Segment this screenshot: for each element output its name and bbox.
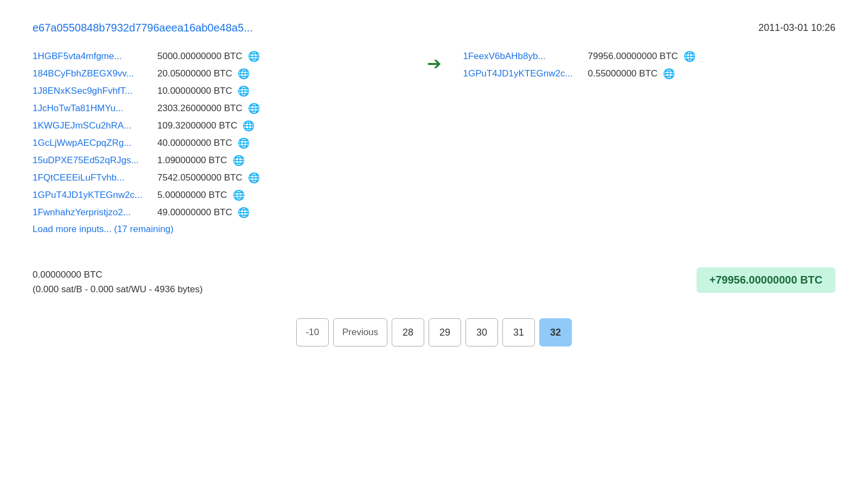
output-address[interactable]: 1FeexV6bAHb8yb... — [463, 51, 583, 62]
globe-icon: 🌐 — [248, 172, 260, 184]
input-address[interactable]: 184BCyFbhZBEGX9vv... — [33, 68, 152, 79]
input-row: 1GPuT4JD1yKTEGnw2c... 5.00000000 BTC 🌐 — [33, 189, 405, 201]
fee-section: 0.00000000 BTC (0.000 sat/B - 0.000 sat/… — [33, 267, 835, 297]
total-badge: +79956.00000000 BTC — [697, 267, 836, 293]
input-address[interactable]: 1HGBF5vta4mfgme... — [33, 51, 152, 62]
input-amount: 49.00000000 BTC — [157, 207, 232, 218]
input-address[interactable]: 1GcLjWwpAECpqZRg... — [33, 138, 152, 149]
transaction-date: 2011-03-01 10:26 — [758, 22, 835, 34]
pagination: -10 Previous 28 29 30 31 32 — [33, 318, 835, 346]
globe-icon: 🌐 — [238, 68, 250, 80]
input-row: 1J8ENxKSec9ghFvhfT... 10.00000000 BTC 🌐 — [33, 85, 405, 97]
page-32-button[interactable]: 32 — [539, 318, 572, 346]
page-30-button[interactable]: 30 — [465, 318, 498, 346]
globe-icon: 🌐 — [238, 137, 250, 149]
output-amount: 0.55000000 BTC — [588, 68, 658, 79]
minus10-button[interactable]: -10 — [296, 318, 329, 346]
output-address[interactable]: 1GPuT4JD1yKTEGnw2c... — [463, 68, 583, 79]
fee-line1: 0.00000000 BTC — [33, 267, 203, 282]
page-29-button[interactable]: 29 — [429, 318, 461, 346]
input-address[interactable]: 1FQtCEEEiLuFTvhb... — [33, 172, 152, 183]
globe-icon: 🌐 — [248, 102, 260, 114]
input-address[interactable]: 1FwnhahzYerpristjzo2... — [33, 207, 152, 218]
input-amount: 40.00000000 BTC — [157, 138, 232, 149]
page-28-button[interactable]: 28 — [392, 318, 424, 346]
input-row: 1JcHoTwTa81HMYu... 2303.26000000 BTC 🌐 — [33, 102, 405, 114]
input-address[interactable]: 1J8ENxKSec9ghFvhfT... — [33, 86, 152, 97]
input-row: 1KWGJEJmSCu2hRA... 109.32000000 BTC 🌐 — [33, 120, 405, 132]
input-amount: 1.09000000 BTC — [157, 155, 227, 166]
globe-icon: 🌐 — [238, 85, 250, 97]
load-more-inputs[interactable]: Load more inputs... (17 remaining) — [33, 224, 405, 235]
input-address[interactable]: 1GPuT4JD1yKTEGnw2c... — [33, 190, 152, 201]
input-amount: 5.00000000 BTC — [157, 190, 227, 201]
input-amount: 7542.05000000 BTC — [157, 172, 242, 183]
input-row: 1FwnhahzYerpristjzo2... 49.00000000 BTC … — [33, 207, 405, 219]
input-row: 184BCyFbhZBEGX9vv... 20.05000000 BTC 🌐 — [33, 68, 405, 80]
globe-icon: 🌐 — [663, 68, 675, 80]
input-amount: 10.00000000 BTC — [157, 86, 232, 97]
input-amount: 109.32000000 BTC — [157, 120, 237, 131]
transaction-hash[interactable]: e67a0550848b7932d7796aeea16ab0e48a5... — [33, 22, 253, 34]
input-row: 1GcLjWwpAECpqZRg... 40.00000000 BTC 🌐 — [33, 137, 405, 149]
transaction-header: e67a0550848b7932d7796aeea16ab0e48a5... 2… — [33, 22, 835, 34]
input-address[interactable]: 1KWGJEJmSCu2hRA... — [33, 120, 152, 131]
input-row: 15uDPXE75Ed52qRJgs... 1.09000000 BTC 🌐 — [33, 155, 405, 166]
arrow-section: ➔ — [427, 50, 442, 72]
globe-icon: 🌐 — [242, 120, 254, 132]
input-address[interactable]: 1JcHoTwTa81HMYu... — [33, 103, 152, 114]
globe-icon: 🌐 — [684, 50, 695, 62]
output-row: 1GPuT4JD1yKTEGnw2c... 0.55000000 BTC 🌐 — [463, 68, 836, 80]
input-address[interactable]: 15uDPXE75Ed52qRJgs... — [33, 155, 152, 166]
input-amount: 5000.00000000 BTC — [157, 51, 242, 62]
globe-icon: 🌐 — [238, 207, 250, 219]
globe-icon: 🌐 — [233, 189, 245, 201]
input-row: 1HGBF5vta4mfgme... 5000.00000000 BTC 🌐 — [33, 50, 405, 62]
outputs-section: 1FeexV6bAHb8yb... 79956.00000000 BTC 🌐 1… — [463, 50, 836, 85]
input-amount: 2303.26000000 BTC — [157, 103, 242, 114]
transaction-body: 1HGBF5vta4mfgme... 5000.00000000 BTC 🌐 1… — [33, 50, 835, 251]
output-row: 1FeexV6bAHb8yb... 79956.00000000 BTC 🌐 — [463, 50, 836, 62]
fee-info: 0.00000000 BTC (0.000 sat/B - 0.000 sat/… — [33, 267, 203, 297]
globe-icon: 🌐 — [233, 155, 245, 166]
arrow-right-icon: ➔ — [427, 55, 442, 72]
previous-button[interactable]: Previous — [333, 318, 387, 346]
input-row: 1FQtCEEEiLuFTvhb... 7542.05000000 BTC 🌐 — [33, 172, 405, 184]
globe-icon: 🌐 — [248, 50, 260, 62]
output-amount: 79956.00000000 BTC — [588, 51, 678, 62]
input-amount: 20.05000000 BTC — [157, 68, 232, 79]
fee-line2: (0.000 sat/B - 0.000 sat/WU - 4936 bytes… — [33, 282, 203, 297]
inputs-section: 1HGBF5vta4mfgme... 5000.00000000 BTC 🌐 1… — [33, 50, 405, 251]
page-31-button[interactable]: 31 — [502, 318, 535, 346]
